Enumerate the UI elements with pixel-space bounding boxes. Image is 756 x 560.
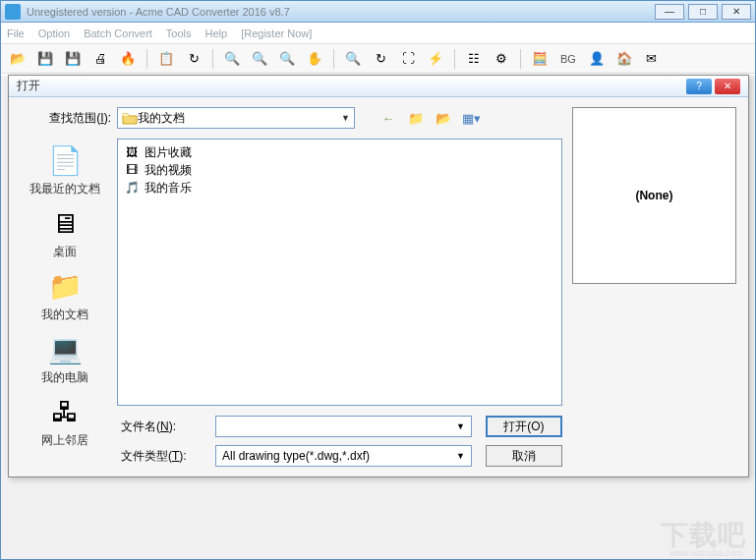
documents-icon: 📁 [47, 268, 83, 304]
toolbar-bg-label[interactable]: BG [556, 53, 580, 65]
menubar: File Option Batch Convert Tools Help [Re… [1, 23, 755, 44]
nav-back-button[interactable]: ← [378, 108, 398, 128]
dialog-nav-buttons: ← 📁 📂 ▦▾ [378, 108, 481, 128]
toolbar-sep5 [520, 49, 521, 69]
place-recent-label: 我最近的文档 [29, 181, 100, 197]
open-dialog: 打开 ? ✕ 查找范围(I): 我的文档 ▼ ← 📁 📂 ▦▾ [8, 75, 749, 477]
toolbar-flame-icon[interactable]: 🔥 [117, 48, 139, 70]
filename-label: 文件名(N): [117, 419, 215, 435]
filetype-label: 文件类型(T): [117, 448, 215, 465]
toolbar-save2-icon[interactable]: 💾 [62, 48, 84, 70]
place-network-label: 网上邻居 [41, 432, 88, 449]
preview-pane: (None) [572, 107, 736, 284]
place-network[interactable]: 🖧 网上邻居 [26, 394, 104, 449]
dialog-title: 打开 [17, 78, 686, 94]
list-item[interactable]: 🖼 图片收藏 [122, 143, 557, 161]
menu-tools[interactable]: Tools [166, 28, 192, 39]
toolbar-calc-icon[interactable]: 🧮 [529, 48, 551, 70]
toolbar-mail-icon[interactable]: ✉ [641, 48, 663, 70]
network-icon: 🖧 [47, 394, 83, 429]
look-in-row: 查找范围(I): 我的文档 ▼ ← 📁 📂 ▦▾ [21, 107, 562, 129]
menu-batch-convert[interactable]: Batch Convert [84, 28, 152, 39]
dialog-body: 查找范围(I): 我的文档 ▼ ← 📁 📂 ▦▾ 📄 我最近的 [9, 97, 748, 476]
computer-icon: 💻 [47, 331, 83, 366]
toolbar-flash-icon[interactable]: ⚡ [425, 48, 446, 70]
toolbar-open-icon[interactable]: 📂 [7, 48, 29, 70]
file-item-label: 我的音乐 [145, 180, 192, 196]
file-list[interactable]: 🖼 图片收藏 🎞 我的视频 🎵 我的音乐 [117, 139, 562, 406]
look-in-value: 我的文档 [138, 110, 341, 127]
toolbar-copy-icon[interactable]: 📋 [155, 48, 177, 70]
toolbar-zoomfit-icon[interactable]: 🔍 [276, 48, 298, 70]
menu-option[interactable]: Option [38, 28, 70, 39]
minimize-button[interactable]: — [655, 4, 684, 20]
file-item-label: 图片收藏 [145, 144, 192, 161]
folder-pictures-icon: 🖼 [124, 144, 140, 160]
toolbar-sep4 [454, 49, 455, 69]
preview-text: (None) [635, 189, 672, 202]
recent-docs-icon: 📄 [47, 142, 83, 178]
bottom-rows: 文件名(N): ▼ 打开(O) 文件类型(T): All drawing typ… [117, 416, 562, 467]
dialog-title-buttons: ? ✕ [686, 79, 740, 94]
file-item-label: 我的视频 [145, 162, 192, 179]
cancel-button[interactable]: 取消 [486, 445, 562, 467]
toolbar-layers-icon[interactable]: ☷ [463, 48, 485, 70]
maximize-button[interactable]: □ [688, 4, 718, 20]
toolbar-fullscreen-icon[interactable]: ⛶ [397, 48, 419, 70]
folder-music-icon: 🎵 [124, 180, 140, 196]
nav-newfolder-button[interactable]: 📂 [434, 108, 453, 128]
list-item[interactable]: 🎞 我的视频 [122, 161, 557, 179]
toolbar-home-icon[interactable]: 🏠 [613, 48, 635, 70]
places-bar: 📄 我最近的文档 🖥 桌面 📁 我的文档 💻 我的电脑 [21, 139, 109, 467]
place-computer[interactable]: 💻 我的电脑 [26, 331, 104, 386]
toolbar-refresh-icon[interactable]: ↻ [183, 48, 204, 70]
filename-arrow-icon: ▼ [456, 421, 465, 431]
filetype-arrow-icon: ▼ [456, 451, 465, 461]
toolbar-rotate-icon[interactable]: ↻ [370, 48, 391, 70]
dialog-left-column: 查找范围(I): 我的文档 ▼ ← 📁 📂 ▦▾ 📄 我最近的 [21, 107, 562, 467]
place-computer-label: 我的电脑 [41, 369, 88, 386]
toolbar-sep2 [212, 49, 213, 69]
folder-video-icon: 🎞 [124, 162, 140, 178]
filename-input[interactable]: ▼ [215, 416, 472, 437]
window-buttons: — □ ✕ [655, 4, 751, 20]
filename-row: 文件名(N): ▼ 打开(O) [117, 416, 562, 437]
toolbar-zoomin-icon[interactable]: 🔍 [221, 48, 243, 70]
toolbar-zoomreset-icon[interactable]: ✋ [304, 48, 325, 70]
nav-up-button[interactable]: 📁 [406, 108, 426, 128]
place-recent[interactable]: 📄 我最近的文档 [26, 142, 104, 197]
filetype-combo[interactable]: All drawing type(*.dwg,*.dxf) ▼ [215, 445, 472, 467]
toolbar-zoomout-icon[interactable]: 🔍 [249, 48, 270, 70]
dialog-help-button[interactable]: ? [686, 79, 712, 94]
toolbar-user-icon[interactable]: 👤 [586, 48, 608, 70]
titlebar: Unregistered version - Acme CAD Converte… [1, 1, 755, 23]
window-title: Unregistered version - Acme CAD Converte… [27, 6, 655, 18]
toolbar-magnify-icon[interactable]: 🔍 [342, 48, 364, 70]
menu-file[interactable]: File [7, 28, 25, 39]
toolbar-sep3 [333, 49, 334, 69]
menu-help[interactable]: Help [205, 28, 228, 39]
dialog-titlebar: 打开 ? ✕ [9, 76, 748, 97]
menu-register[interactable]: [Register Now] [241, 28, 312, 39]
folder-icon [122, 111, 138, 125]
toolbar-save-icon[interactable]: 💾 [34, 48, 56, 70]
toolbar-print-icon[interactable]: 🖨 [89, 48, 111, 70]
place-desktop[interactable]: 🖥 桌面 [26, 205, 104, 260]
toolbar-sep1 [146, 49, 147, 69]
list-item[interactable]: 🎵 我的音乐 [122, 179, 557, 196]
toolbar-gear-icon[interactable]: ⚙ [491, 48, 512, 70]
open-button[interactable]: 打开(O) [486, 416, 562, 437]
place-documents-label: 我的文档 [41, 307, 88, 323]
desktop-icon: 🖥 [47, 205, 83, 241]
look-in-combo[interactable]: 我的文档 ▼ [117, 107, 355, 129]
filetype-value: All drawing type(*.dwg,*.dxf) [222, 449, 456, 463]
filetype-row: 文件类型(T): All drawing type(*.dwg,*.dxf) ▼… [117, 445, 562, 467]
mid-row: 📄 我最近的文档 🖥 桌面 📁 我的文档 💻 我的电脑 [21, 139, 562, 467]
toolbar: 📂 💾 💾 🖨 🔥 📋 ↻ 🔍 🔍 🔍 ✋ 🔍 ↻ ⛶ ⚡ ☷ ⚙ 🧮 BG 👤… [1, 44, 755, 74]
place-documents[interactable]: 📁 我的文档 [26, 268, 104, 323]
dialog-close-button[interactable]: ✕ [715, 79, 740, 94]
look-in-label: 查找范围(I): [30, 110, 111, 127]
close-button[interactable]: ✕ [722, 4, 751, 20]
nav-viewmenu-button[interactable]: ▦▾ [461, 108, 481, 128]
app-icon [5, 4, 21, 20]
